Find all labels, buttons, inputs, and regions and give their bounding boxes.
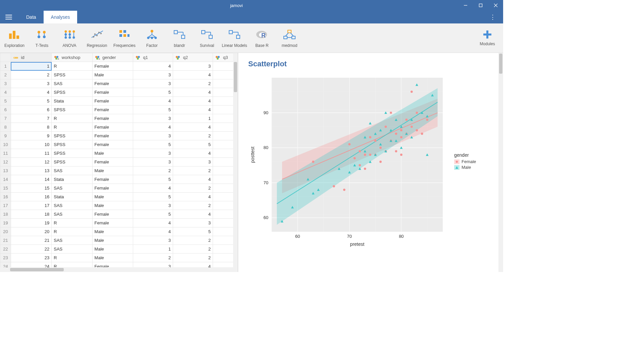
scatterplot[interactable]: 60708060708090pretestposttest — [248, 74, 449, 249]
column-header-workshop[interactable]: a workshop — [52, 53, 92, 62]
cell[interactable]: Male — [92, 166, 133, 175]
ribbon-blandr[interactable]: blandr — [166, 25, 193, 52]
cell[interactable]: 4 — [173, 71, 213, 79]
cell[interactable]: 20 — [11, 227, 51, 236]
table-row[interactable]: 1919RFemale43 — [0, 219, 238, 227]
table-row[interactable]: 1818SASFemale54 — [0, 210, 238, 219]
cell[interactable]: R — [52, 262, 92, 268]
cell[interactable]: Male — [92, 149, 133, 158]
cell[interactable]: Male — [92, 193, 133, 201]
cell[interactable]: Male — [92, 71, 133, 79]
row-number[interactable]: 5 — [0, 97, 11, 106]
window-close-button[interactable] — [488, 0, 503, 11]
row-number[interactable]: 1 — [0, 62, 11, 71]
cell[interactable]: 3 — [133, 158, 173, 166]
cell[interactable]: 5 — [133, 193, 173, 201]
ribbon-anova[interactable]: ANOVA — [56, 25, 83, 52]
cell[interactable]: 3 — [133, 149, 173, 158]
cell[interactable]: R — [52, 219, 92, 227]
table-row[interactable]: 22SPSSMale34 — [0, 71, 238, 79]
cell[interactable]: 7 — [11, 114, 51, 123]
cell[interactable]: 5 — [173, 227, 213, 236]
ribbon-t-tests[interactable]: T-Tests — [28, 25, 56, 52]
table-row[interactable]: 88RFemale44 — [0, 123, 238, 132]
cell[interactable]: Female — [92, 106, 133, 114]
cell[interactable]: SPSS — [52, 106, 92, 114]
cell[interactable]: 3 — [133, 236, 173, 245]
cell[interactable]: SPSS — [52, 158, 92, 166]
cell[interactable]: SPSS — [52, 140, 92, 149]
column-header-q1[interactable]: q1 — [133, 53, 173, 62]
table-row[interactable]: 1010SPSSFemale55 — [0, 140, 238, 149]
cell[interactable]: 3 — [11, 79, 51, 88]
cell[interactable]: 13 — [11, 166, 51, 175]
row-number[interactable]: 18 — [0, 210, 11, 219]
cell[interactable]: 3 — [133, 132, 173, 140]
cell[interactable]: SAS — [52, 210, 92, 219]
cell[interactable]: 4 — [173, 88, 213, 97]
cell[interactable]: Female — [92, 219, 133, 227]
table-row[interactable]: 66SPSSFemale54 — [0, 106, 238, 114]
cell[interactable]: SPSS — [52, 149, 92, 158]
ribbon-frequencies[interactable]: Frequencies — [111, 25, 138, 52]
cell[interactable]: 4 — [173, 175, 213, 184]
cell[interactable]: 4 — [133, 123, 173, 132]
ribbon-base-r[interactable]: R Base R — [248, 25, 276, 52]
ribbon-regression[interactable]: Regression — [83, 25, 111, 52]
row-number[interactable]: 10 — [0, 140, 11, 149]
cell[interactable]: 5 — [11, 97, 51, 106]
spreadsheet[interactable]: ida workshopa gender q1 q2 q3 11RFemale4… — [0, 53, 238, 267]
cell[interactable]: 4 — [173, 123, 213, 132]
cell[interactable]: 4 — [173, 210, 213, 219]
row-number[interactable]: 7 — [0, 114, 11, 123]
cell[interactable]: 3 — [133, 114, 173, 123]
cell[interactable]: 5 — [133, 210, 173, 219]
cell[interactable]: Female — [92, 88, 133, 97]
tab-data[interactable]: Data — [19, 11, 44, 23]
table-row[interactable]: 2323RMale22 — [0, 254, 238, 262]
row-number[interactable]: 8 — [0, 123, 11, 132]
results-vertical-scrollbar[interactable] — [498, 53, 503, 272]
cell[interactable]: Female — [92, 184, 133, 193]
cell[interactable]: SAS — [52, 184, 92, 193]
cell[interactable]: Female — [92, 262, 133, 268]
cell[interactable]: 23 — [11, 254, 51, 262]
cell[interactable]: SAS — [52, 166, 92, 175]
app-menu-button[interactable] — [3, 12, 15, 22]
cell[interactable]: 3 — [133, 71, 173, 79]
cell[interactable]: 6 — [11, 106, 51, 114]
cell[interactable]: 4 — [11, 88, 51, 97]
cell[interactable]: 3 — [173, 158, 213, 166]
cell[interactable]: 10 — [11, 140, 51, 149]
cell[interactable]: 16 — [11, 193, 51, 201]
row-number[interactable]: 6 — [0, 106, 11, 114]
cell[interactable]: SAS — [52, 201, 92, 210]
row-number[interactable]: 11 — [0, 149, 11, 158]
cell[interactable]: 4 — [133, 227, 173, 236]
cell[interactable]: 3 — [173, 62, 213, 71]
cell[interactable]: Female — [92, 210, 133, 219]
cell[interactable]: Male — [92, 227, 133, 236]
cell[interactable]: 18 — [11, 210, 51, 219]
cell[interactable]: 4 — [173, 149, 213, 158]
ribbon-linear-models[interactable]: Linear Models — [221, 25, 248, 52]
cell[interactable]: 2 — [173, 132, 213, 140]
row-number[interactable]: 2 — [0, 71, 11, 79]
table-row[interactable]: 11RFemale43 — [0, 62, 238, 71]
app-overflow-menu[interactable]: ⋮ — [486, 13, 499, 21]
cell[interactable]: 3 — [133, 79, 173, 88]
cell[interactable]: 4 — [133, 62, 173, 71]
row-number[interactable]: 16 — [0, 193, 11, 201]
column-header-q2[interactable]: q2 — [173, 53, 213, 62]
cell[interactable]: 8 — [11, 123, 51, 132]
row-number[interactable]: 20 — [0, 227, 11, 236]
table-row[interactable]: 1313SASMale22 — [0, 166, 238, 175]
cell[interactable]: SAS — [52, 79, 92, 88]
table-row[interactable]: 1212SPSSFemale33 — [0, 158, 238, 166]
table-row[interactable]: 77RFemale31 — [0, 114, 238, 123]
cell[interactable]: R — [52, 227, 92, 236]
cell[interactable]: 15 — [11, 184, 51, 193]
cell[interactable]: 5 — [133, 88, 173, 97]
table-row[interactable]: 2020RMale45 — [0, 227, 238, 236]
cell[interactable]: 4 — [173, 193, 213, 201]
